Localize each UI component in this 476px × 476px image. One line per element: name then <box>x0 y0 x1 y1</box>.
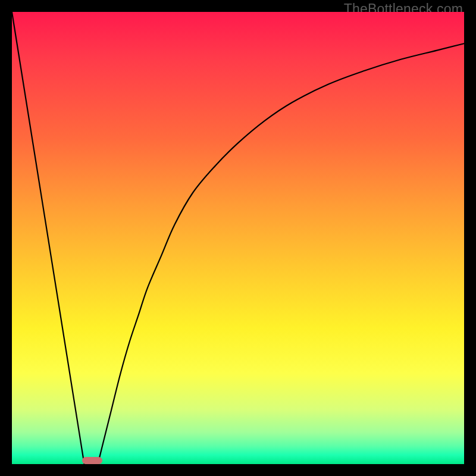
bottleneck-curve <box>12 12 464 464</box>
curve-right-segment <box>98 43 464 464</box>
plot-area <box>12 12 464 464</box>
curve-layer <box>12 12 464 464</box>
curve-left-segment <box>12 12 84 464</box>
optimal-marker <box>82 457 102 464</box>
chart-container: TheBottleneck.com <box>0 0 476 476</box>
